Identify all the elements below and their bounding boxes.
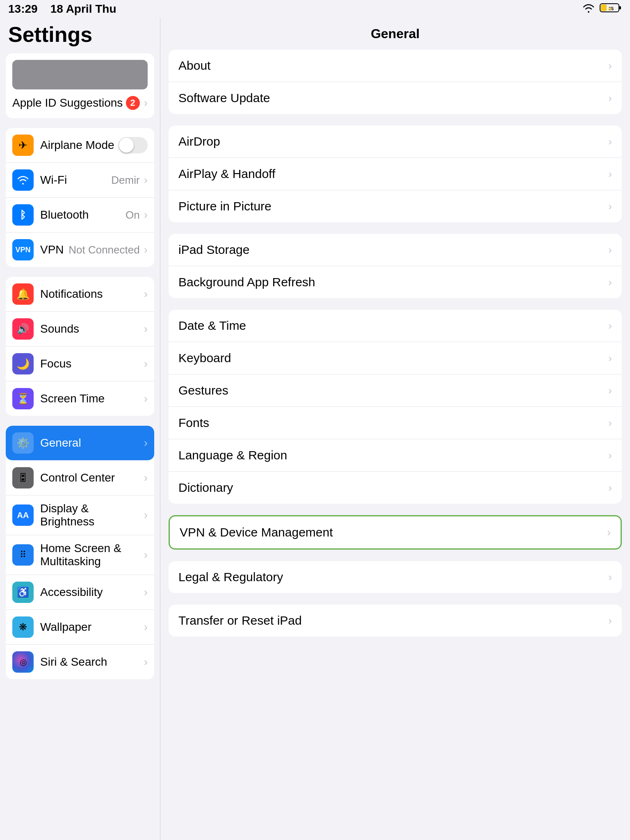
status-time-date: 13:29 18 April Thu: [8, 2, 116, 16]
sidebar-item-general[interactable]: ⚙️ General ›: [6, 426, 154, 461]
software-update-label: Software Update: [178, 91, 270, 105]
home-screen-label: Home Screen & Multitasking: [40, 542, 144, 568]
general-icon: ⚙️: [12, 432, 34, 454]
dictionary-label: Dictionary: [178, 481, 233, 495]
wifi-label: Wi-Fi: [40, 173, 111, 187]
right-group-about: About › Software Update ›: [169, 50, 622, 114]
general-chevron: ›: [144, 436, 148, 450]
notifications-chevron: ›: [144, 288, 148, 301]
status-time: 13:29: [8, 2, 38, 15]
wifi-chevron: ›: [144, 173, 148, 187]
siri-chevron: ›: [144, 655, 148, 669]
right-group-settings: Date & Time › Keyboard › Gestures › Font…: [169, 310, 622, 504]
battery-icon: 35 ⚡: [600, 2, 622, 16]
legal-label: Legal & Regulatory: [178, 570, 283, 584]
gestures-chevron: ›: [608, 384, 612, 397]
general-label: General: [40, 436, 144, 450]
right-item-gestures[interactable]: Gestures ›: [169, 374, 622, 407]
right-item-background-refresh[interactable]: Background App Refresh ›: [169, 266, 622, 298]
focus-chevron: ›: [144, 357, 148, 370]
accessibility-icon: ♿: [12, 582, 34, 603]
airplay-chevron: ›: [608, 168, 612, 180]
sidebar-item-display[interactable]: AA Display & Brightness ›: [6, 495, 154, 535]
right-item-pip[interactable]: Picture in Picture ›: [169, 190, 622, 222]
fonts-label: Fonts: [178, 416, 209, 430]
main-layout: Settings Apple ID Suggestions 2 › ✈ Airp…: [0, 18, 630, 840]
right-item-dictionary[interactable]: Dictionary ›: [169, 472, 622, 504]
legal-chevron: ›: [608, 571, 612, 584]
sidebar-item-focus[interactable]: 🌙 Focus ›: [6, 347, 154, 381]
sidebar-item-home-screen[interactable]: ⠿ Home Screen & Multitasking ›: [6, 535, 154, 575]
right-item-airplay[interactable]: AirPlay & Handoff ›: [169, 158, 622, 190]
sidebar-item-notifications[interactable]: 🔔 Notifications ›: [6, 277, 154, 312]
bluetooth-chevron: ›: [144, 208, 148, 221]
sidebar-item-vpn[interactable]: VPN VPN Not Connected ›: [6, 233, 154, 267]
language-chevron: ›: [608, 449, 612, 462]
airplane-mode-toggle[interactable]: [118, 137, 148, 153]
fonts-chevron: ›: [608, 417, 612, 429]
wifi-icon: [582, 3, 595, 16]
dictionary-chevron: ›: [608, 482, 612, 494]
sidebar-item-bluetooth[interactable]: ᛒ Bluetooth On ›: [6, 198, 154, 233]
sidebar-item-wallpaper[interactable]: ❋ Wallpaper ›: [6, 610, 154, 645]
notifications-label: Notifications: [40, 288, 144, 301]
settings-group-notifications: 🔔 Notifications › 🔊 Sounds › 🌙 Focus ›: [6, 277, 154, 416]
wifi-settings-icon: [12, 169, 34, 191]
date-time-label: Date & Time: [178, 319, 246, 333]
about-chevron: ›: [608, 59, 612, 72]
settings-group-connectivity: ✈ Airplane Mode Wi-Fi Demir › ᛒ: [6, 128, 154, 267]
right-group-storage: iPad Storage › Background App Refresh ›: [169, 234, 622, 298]
sidebar-item-screen-time[interactable]: ⏳ Screen Time ›: [6, 381, 154, 416]
pip-chevron: ›: [608, 200, 612, 213]
home-screen-icon: ⠿: [12, 544, 34, 566]
date-time-chevron: ›: [608, 320, 612, 332]
right-item-date-time[interactable]: Date & Time ›: [169, 310, 622, 342]
bluetooth-icon: ᛒ: [12, 204, 34, 226]
airplane-mode-icon: ✈: [12, 135, 34, 156]
vpn-value: Not Connected: [68, 244, 139, 256]
background-refresh-label: Background App Refresh: [178, 275, 315, 289]
sidebar-item-accessibility[interactable]: ♿ Accessibility ›: [6, 575, 154, 610]
sidebar-item-sounds[interactable]: 🔊 Sounds ›: [6, 312, 154, 347]
right-item-software-update[interactable]: Software Update ›: [169, 82, 622, 114]
keyboard-chevron: ›: [608, 352, 612, 365]
right-item-about[interactable]: About ›: [169, 50, 622, 82]
right-item-ipad-storage[interactable]: iPad Storage ›: [169, 234, 622, 266]
siri-icon: ◎: [12, 651, 34, 673]
vpn-chevron: ›: [144, 243, 148, 256]
background-refresh-chevron: ›: [608, 276, 612, 289]
wallpaper-chevron: ›: [144, 621, 148, 634]
display-label: Display & Brightness: [40, 502, 144, 528]
sidebar-item-wifi[interactable]: Wi-Fi Demir ›: [6, 163, 154, 198]
right-item-airdrop[interactable]: AirDrop ›: [169, 126, 622, 158]
right-group-sharing: AirDrop › AirPlay & Handoff › Picture in…: [169, 126, 622, 222]
display-chevron: ›: [144, 509, 148, 522]
language-label: Language & Region: [178, 448, 287, 462]
apple-id-section[interactable]: Apple ID Suggestions 2 ›: [6, 53, 154, 118]
sidebar-item-airplane-mode[interactable]: ✈ Airplane Mode: [6, 128, 154, 163]
right-item-language[interactable]: Language & Region ›: [169, 439, 622, 472]
apple-id-badge: 2: [126, 96, 140, 110]
vpn-device-chevron: ›: [607, 526, 611, 539]
bluetooth-label: Bluetooth: [40, 208, 126, 221]
apple-id-row[interactable]: Apple ID Suggestions 2 ›: [12, 94, 148, 112]
sounds-chevron: ›: [144, 322, 148, 336]
screen-time-chevron: ›: [144, 392, 148, 405]
right-item-transfer[interactable]: Transfer or Reset iPad ›: [169, 605, 622, 637]
control-center-label: Control Center: [40, 471, 144, 484]
sidebar-item-control-center[interactable]: 🎛 Control Center ›: [6, 461, 154, 495]
toggle-thumb: [119, 138, 134, 153]
apple-id-chevron: ›: [144, 96, 148, 110]
right-item-vpn-device-mgmt[interactable]: VPN & Device Management ›: [170, 516, 621, 548]
wallpaper-icon: ❋: [12, 616, 34, 638]
right-item-keyboard[interactable]: Keyboard ›: [169, 342, 622, 374]
focus-label: Focus: [40, 357, 144, 370]
status-date: 18 April Thu: [50, 2, 116, 15]
right-panel-title: General: [169, 18, 622, 50]
sidebar-item-siri[interactable]: ◎ Siri & Search ›: [6, 645, 154, 679]
sidebar: Settings Apple ID Suggestions 2 › ✈ Airp…: [0, 18, 160, 840]
notifications-icon: 🔔: [12, 283, 34, 305]
siri-label: Siri & Search: [40, 655, 144, 669]
right-item-legal[interactable]: Legal & Regulatory ›: [169, 561, 622, 593]
right-item-fonts[interactable]: Fonts ›: [169, 407, 622, 439]
